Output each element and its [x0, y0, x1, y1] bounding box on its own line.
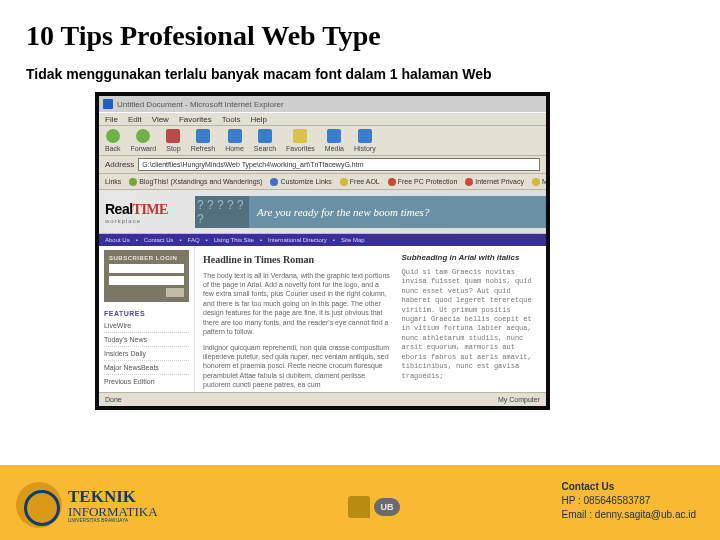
ub-badge: UB [374, 498, 400, 516]
link-item[interactable]: Free AOL [340, 178, 380, 186]
login-button[interactable] [166, 288, 184, 297]
features-heading: FEATURES [104, 310, 189, 317]
contact-heading: Contact Us [562, 480, 696, 494]
browser-screenshot: Untitled Document - Microsoft Internet E… [95, 92, 550, 410]
nav-link[interactable]: Using This Site [214, 237, 254, 243]
login-password[interactable] [109, 276, 184, 285]
login-username[interactable] [109, 264, 184, 273]
brand-block: TEKNIK INFORMATIKA UNIVERSITAS BRAWIJAYA [16, 482, 158, 528]
nav-links: About Us• Contact Us• FAQ• Using This Si… [99, 234, 546, 246]
question-graphic: ? ? ? ? ? ? [195, 196, 249, 228]
main-content: Headline in Times Roman The body text is… [195, 246, 546, 392]
sidebar-item[interactable]: Insiders Daily [104, 347, 189, 361]
address-label: Address [105, 160, 134, 169]
window-titlebar: Untitled Document - Microsoft Internet E… [99, 96, 546, 112]
ie-icon [103, 99, 113, 109]
menu-item[interactable]: Favorites [179, 115, 212, 124]
body-paragraph: Quid si tam Graecis novitas invisa fuiss… [402, 268, 539, 381]
link-item[interactable]: Free PC Protection [388, 178, 458, 186]
sidebar-item[interactable]: Previous Edition [104, 375, 189, 388]
login-label: SUBSCRIBER LOGIN [109, 255, 184, 261]
menu-item[interactable]: Tools [222, 115, 241, 124]
brand-line1: TEKNIK [68, 488, 158, 505]
headline-right: Subheading in Arial with italics [402, 253, 539, 264]
window-title-text: Untitled Document - Microsoft Internet E… [117, 100, 284, 109]
address-bar: Address G:\clientfiles\HungryMinds\Web T… [99, 156, 546, 174]
menu-bar: File Edit View Favorites Tools Help [99, 112, 546, 126]
link-item[interactable]: Internet Privacy [465, 178, 524, 186]
toolbar: Back Forward Stop Refresh Home Search Fa… [99, 126, 546, 156]
refresh-button[interactable]: Refresh [191, 129, 216, 152]
slide-footer: TEKNIK INFORMATIKA UNIVERSITAS BRAWIJAYA… [0, 465, 720, 540]
links-label: Links [105, 178, 121, 185]
nav-link[interactable]: About Us [105, 237, 130, 243]
body-paragraph: The body text is all in Verdana, with th… [203, 271, 392, 337]
nav-link[interactable]: FAQ [188, 237, 200, 243]
contact-hp: HP : 085646583787 [562, 494, 696, 508]
site-logo: RealTIME workplace [99, 200, 195, 224]
link-item[interactable]: Melissa [532, 178, 546, 186]
slide-title: 10 Tips Profesional Web Type [0, 0, 720, 66]
sidebar-item[interactable]: LiveWire [104, 319, 189, 333]
favorites-button[interactable]: Favorites [286, 129, 315, 152]
menu-item[interactable]: Edit [128, 115, 142, 124]
media-button[interactable]: Media [325, 129, 344, 152]
promo-headline: Are you ready for the new boom times? [249, 196, 546, 228]
home-button[interactable]: Home [225, 129, 244, 152]
ub-wing-icon [348, 496, 370, 518]
status-right: My Computer [498, 396, 540, 403]
contact-email: Email : denny.sagita@ub.ac.id [562, 508, 696, 522]
address-input[interactable]: G:\clientfiles\HungryMinds\Web Type\ch4\… [138, 158, 540, 171]
menu-item[interactable]: File [105, 115, 118, 124]
brand-icon [16, 482, 62, 528]
brand-line2: INFORMATIKA [68, 505, 158, 518]
ub-logo: UB [348, 496, 400, 518]
history-button[interactable]: History [354, 129, 376, 152]
back-button[interactable]: Back [105, 129, 121, 152]
sidebar-item[interactable]: Today's News [104, 333, 189, 347]
slide-subtitle: Tidak menggunakan terlalu banyak macam f… [0, 66, 720, 92]
links-bar: Links BlogThis! (Xstandings and Wanderin… [99, 174, 546, 190]
link-item[interactable]: Customize Links [270, 178, 331, 186]
contact-block: Contact Us HP : 085646583787 Email : den… [562, 480, 696, 522]
page-viewport: RealTIME workplace ? ? ? ? ? ? Are you r… [99, 190, 546, 392]
link-item[interactable]: BlogThis! (Xstandings and Wanderings) [129, 178, 262, 186]
search-button[interactable]: Search [254, 129, 276, 152]
menu-item[interactable]: View [152, 115, 169, 124]
stop-button[interactable]: Stop [166, 129, 180, 152]
sidebar: SUBSCRIBER LOGIN FEATURES LiveWire Today… [99, 246, 195, 392]
nav-link[interactable]: Site Map [341, 237, 365, 243]
sidebar-item[interactable]: Major NewsBeats [104, 361, 189, 375]
nav-link[interactable]: Contact Us [144, 237, 174, 243]
nav-link[interactable]: International Directory [268, 237, 327, 243]
site-banner: RealTIME workplace ? ? ? ? ? ? Are you r… [99, 190, 546, 234]
forward-button[interactable]: Forward [131, 129, 157, 152]
status-left: Done [105, 396, 122, 403]
login-box: SUBSCRIBER LOGIN [104, 250, 189, 302]
body-paragraph: Indignor quicquam reprehendi, non quia c… [203, 343, 392, 390]
menu-item[interactable]: Help [250, 115, 266, 124]
status-bar: Done My Computer [99, 392, 546, 406]
headline-left: Headline in Times Roman [203, 253, 392, 267]
